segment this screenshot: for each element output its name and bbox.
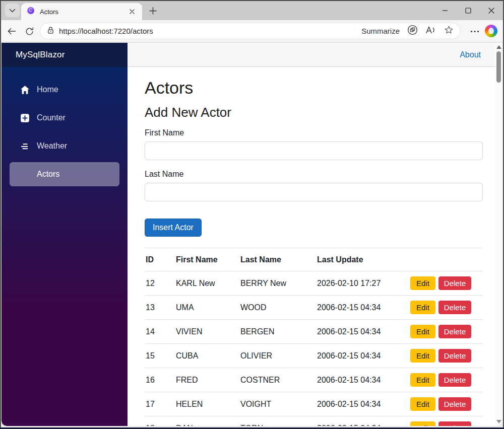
first-name-input[interactable] <box>145 141 483 160</box>
sidebar: MySqlBlazor Home Counter <box>2 43 128 426</box>
delete-button[interactable]: Delete <box>438 276 471 290</box>
sidebar-item-counter[interactable]: Counter <box>10 106 119 130</box>
list-icon <box>20 141 30 151</box>
url-bar: https://localhost:7220/actors Summarize <box>0 20 504 42</box>
app-brand[interactable]: MySqlBlazor <box>2 43 128 67</box>
cell-first-name: FRED <box>175 368 239 392</box>
scrollbar-up-icon[interactable] <box>496 45 501 49</box>
vertical-scrollbar[interactable] <box>495 43 502 426</box>
address-field[interactable]: https://localhost:7220/actors Summarize <box>40 23 461 39</box>
scrollbar-thumb[interactable] <box>496 51 501 83</box>
home-icon <box>20 85 30 95</box>
cell-last-name: TORN <box>239 416 316 426</box>
summarize-label[interactable]: Summarize <box>361 27 400 35</box>
sidebar-item-label: Home <box>37 85 58 94</box>
cell-actions: EditDelete <box>409 320 483 344</box>
cell-id: 16 <box>145 368 175 392</box>
header-last-update: Last Update <box>316 248 409 271</box>
edit-button[interactable]: Edit <box>410 397 435 411</box>
scrollbar-down-icon[interactable] <box>496 420 501 423</box>
last-name-label: Last Name <box>145 170 483 179</box>
browser-menu-icon[interactable] <box>469 26 481 37</box>
table-header-row: ID First Name Last Name Last Update <box>145 248 483 271</box>
delete-button[interactable]: Delete <box>438 397 471 411</box>
header-first-name: First Name <box>175 248 239 271</box>
edit-button[interactable]: Edit <box>410 373 435 387</box>
cell-id: 15 <box>145 344 175 368</box>
cell-first-name: UMA <box>175 296 239 320</box>
table-row: 16FREDCOSTNER2006-02-15 04:34EditDelete <box>145 368 483 392</box>
table-row: 18DANTORN2006-02-15 04:34EditDelete <box>145 416 483 426</box>
last-name-input[interactable] <box>145 183 483 201</box>
tab-close-icon[interactable] <box>127 7 137 17</box>
table-row: 17HELENVOIGHT2006-02-15 04:34EditDelete <box>145 392 483 416</box>
cell-id: 13 <box>145 296 175 320</box>
cell-actions: EditDelete <box>409 271 483 296</box>
delete-button[interactable]: Delete <box>438 421 471 426</box>
delete-button[interactable]: Delete <box>438 349 471 363</box>
maximize-button[interactable] <box>457 1 480 20</box>
refresh-button[interactable] <box>24 26 35 37</box>
sidebar-item-weather[interactable]: Weather <box>10 134 119 158</box>
edit-button[interactable]: Edit <box>410 325 435 338</box>
browser-tab-actors[interactable]: Actors <box>21 3 142 20</box>
summarize-copilot-icon[interactable] <box>407 25 418 37</box>
back-button[interactable] <box>6 26 17 37</box>
plus-square-icon <box>20 113 30 123</box>
table-row: 15CUBAOLIVIER2006-02-15 04:34EditDelete <box>145 344 483 368</box>
first-name-label: First Name <box>145 128 483 137</box>
table-row: 12KARL NewBERRY New2026-02-10 17:27EditD… <box>145 271 483 296</box>
cell-id: 12 <box>145 271 175 296</box>
about-link[interactable]: About <box>460 50 481 59</box>
cell-last-update: 2006-02-15 04:34 <box>316 416 409 426</box>
cell-last-name: COSTNER <box>239 368 316 392</box>
url-text: https://localhost:7220/actors <box>59 27 153 35</box>
cell-id: 17 <box>145 392 175 416</box>
tab-search-button[interactable] <box>5 4 20 17</box>
cell-last-update: 2026-02-10 17:27 <box>316 271 409 296</box>
tab-strip: Actors <box>0 0 504 20</box>
cell-last-update: 2006-02-15 04:34 <box>316 344 409 368</box>
delete-button[interactable]: Delete <box>438 301 471 314</box>
copilot-icon[interactable] <box>485 25 497 37</box>
minimize-button[interactable] <box>433 1 457 20</box>
app-viewport: MySqlBlazor Home Counter <box>2 43 502 426</box>
page-content: Actors Add New Actor First Name Last Nam… <box>128 67 495 426</box>
edit-button[interactable]: Edit <box>410 276 435 290</box>
edit-button[interactable]: Edit <box>410 421 435 426</box>
cell-first-name: KARL New <box>175 271 239 296</box>
read-aloud-icon[interactable] <box>425 26 436 36</box>
blazor-favicon-icon <box>27 7 35 17</box>
cell-last-update: 2006-02-15 04:34 <box>316 296 409 320</box>
main-area: About Actors Add New Actor First Name La… <box>128 43 495 426</box>
delete-button[interactable]: Delete <box>438 373 471 387</box>
sidebar-nav: Home Counter Weather Actors <box>2 67 128 186</box>
edit-button[interactable]: Edit <box>410 301 435 314</box>
chevron-down-icon <box>9 6 16 15</box>
new-tab-button[interactable] <box>147 5 158 16</box>
actors-table: ID First Name Last Name Last Update 12KA… <box>145 248 483 426</box>
insert-actor-button[interactable]: Insert Actor <box>145 219 202 237</box>
cell-last-update: 2006-02-15 04:34 <box>316 392 409 416</box>
sidebar-item-home[interactable]: Home <box>10 78 119 102</box>
sidebar-item-actors[interactable]: Actors <box>10 162 119 186</box>
edit-button[interactable]: Edit <box>410 349 435 363</box>
sidebar-item-label: Weather <box>37 141 67 151</box>
cell-last-name: WOOD <box>239 296 316 320</box>
header-last-name: Last Name <box>239 248 316 271</box>
cell-actions: EditDelete <box>409 416 483 426</box>
add-actor-heading: Add New Actor <box>145 105 483 120</box>
cell-first-name: CUBA <box>175 344 239 368</box>
cell-first-name: HELEN <box>175 392 239 416</box>
table-row: 14VIVIENBERGEN2006-02-15 04:34EditDelete <box>145 320 483 344</box>
address-bar-actions: Summarize <box>361 25 454 37</box>
delete-button[interactable]: Delete <box>438 325 471 338</box>
cell-last-update: 2006-02-15 04:34 <box>316 368 409 392</box>
cell-last-name: VOIGHT <box>239 392 316 416</box>
sidebar-item-label: Actors <box>37 170 59 179</box>
close-window-button[interactable] <box>480 1 503 20</box>
browser-window: Actors <box>0 0 504 429</box>
cell-last-update: 2006-02-15 04:34 <box>316 320 409 344</box>
window-controls <box>433 1 503 20</box>
favorites-star-icon[interactable] <box>444 25 454 37</box>
